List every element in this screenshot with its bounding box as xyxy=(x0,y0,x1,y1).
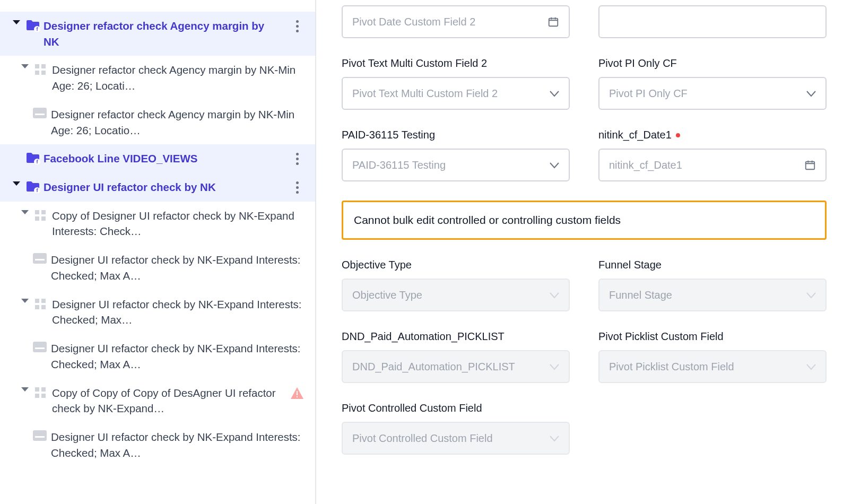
svg-rect-6 xyxy=(33,108,47,118)
svg-rect-4 xyxy=(35,71,39,75)
sidebar-item-campaign[interactable]: f Designer UI refactor check by NK xyxy=(0,173,315,202)
placeholder: Funnel Stage xyxy=(609,289,672,301)
sidebar-item-label: Copy of Designer UI refactor check by NK… xyxy=(52,208,309,239)
svg-rect-3 xyxy=(41,64,46,68)
sidebar-item-label: Designer UI refactor check by NK-Expand … xyxy=(52,297,309,328)
chevron-down-icon xyxy=(806,361,816,373)
svg-rect-21 xyxy=(41,305,46,309)
svg-rect-31 xyxy=(35,436,45,438)
chevron-down-icon xyxy=(550,289,559,301)
bulk-edit-warning: Cannot bulk edit controlled or controlli… xyxy=(342,201,827,240)
svg-rect-13 xyxy=(41,210,46,214)
field-label: Pivot Controlled Custom Field xyxy=(342,402,570,414)
svg-rect-18 xyxy=(35,299,39,303)
ad-icon xyxy=(33,341,51,352)
svg-rect-26 xyxy=(35,394,39,398)
expand-toggle[interactable] xyxy=(7,18,25,24)
field-label: DND_Paid_Automation_PICKLIST xyxy=(342,331,570,343)
sidebar-item-label: Designer UI refactor check by NK-Expand … xyxy=(51,252,309,283)
placeholder: nitink_cf_Date1 xyxy=(609,159,682,171)
sidebar-item-label: Designer refactor check Agency margin by… xyxy=(51,107,309,138)
dnd-picklist-select: DND_Paid_Automation_PICKLIST xyxy=(342,350,570,383)
nitink-date1-input[interactable]: nitink_cf_Date1 xyxy=(598,149,827,181)
sidebar-item-campaign[interactable]: f Facebook Line VIDEO_VIEWS xyxy=(0,144,315,173)
sidebar-item-adset[interactable]: Copy of Copy of Copy of DesAgner UI refa… xyxy=(0,379,315,423)
field-label-text: nitink_cf_Date1 xyxy=(598,129,672,141)
sidebar-item-label: Designer UI refactor check by NK-Expand … xyxy=(51,341,309,372)
svg-rect-33 xyxy=(806,162,815,170)
sidebar-item-ad[interactable]: Designer UI refactor check by NK-Expand … xyxy=(0,423,315,467)
ad-icon xyxy=(33,252,51,264)
chevron-down-icon xyxy=(550,361,559,373)
calendar-icon xyxy=(547,16,559,28)
chevron-down-icon xyxy=(550,88,559,100)
field-label: PAID-36115 Testing xyxy=(342,129,570,141)
ad-icon xyxy=(33,429,51,441)
field-label: Funnel Stage xyxy=(598,259,827,271)
svg-rect-30 xyxy=(33,430,47,441)
adset-icon xyxy=(34,62,52,76)
pivot-controlled-select: Pivot Controlled Custom Field xyxy=(342,422,570,455)
svg-rect-32 xyxy=(549,19,558,27)
folder-icon: f xyxy=(25,179,44,193)
svg-rect-16 xyxy=(33,253,47,264)
expand-toggle[interactable] xyxy=(16,385,34,392)
pivot-text-multi-cf2-select[interactable]: Pivot Text Multi Custom Field 2 xyxy=(342,77,570,110)
chevron-down-icon xyxy=(806,289,816,301)
placeholder: Pivot PI Only CF xyxy=(609,88,688,100)
pivot-pi-only-select[interactable]: Pivot PI Only CF xyxy=(598,77,827,110)
field-label: Objective Type xyxy=(342,259,570,271)
svg-rect-22 xyxy=(33,342,47,352)
chevron-down-icon xyxy=(550,432,559,445)
placeholder: Pivot Date Custom Field 2 xyxy=(352,16,475,28)
field-label: nitink_cf_Date1 xyxy=(598,129,827,141)
svg-rect-2 xyxy=(35,64,39,68)
field-label: Pivot PI Only CF xyxy=(598,57,827,69)
more-menu[interactable] xyxy=(285,179,309,194)
expand-toggle[interactable] xyxy=(16,62,34,68)
svg-rect-24 xyxy=(35,387,39,392)
paid-36115-select[interactable]: PAID-36115 Testing xyxy=(342,149,570,181)
sidebar-item-label: Designer UI refactor check by NK-Expand … xyxy=(51,429,309,460)
sidebar-item-label: Designer UI refactor check by NK xyxy=(44,179,285,195)
svg-rect-20 xyxy=(35,305,39,309)
placeholder: Pivot Text Multi Custom Field 2 xyxy=(352,88,498,100)
svg-rect-17 xyxy=(35,259,45,260)
pivot-picklist-select: Pivot Picklist Custom Field xyxy=(598,350,827,383)
field-label: Pivot Text Multi Custom Field 2 xyxy=(342,57,570,69)
ad-icon xyxy=(33,107,51,118)
sidebar-item-ad[interactable]: Designer UI refactor check by NK-Expand … xyxy=(0,246,315,290)
sidebar-item-adset[interactable]: Copy of Designer UI refactor check by NK… xyxy=(0,202,315,246)
svg-rect-5 xyxy=(41,71,46,75)
sidebar-item-label: Designer refactor check Agency margin by… xyxy=(52,62,309,93)
adset-icon xyxy=(34,208,52,222)
sidebar-item-adset[interactable]: Designer UI refactor check by NK-Expand … xyxy=(0,290,315,334)
sidebar-item-label: Designer refactor check Agency margin by… xyxy=(44,18,285,49)
expand-toggle[interactable] xyxy=(16,208,34,214)
placeholder: Objective Type xyxy=(352,289,422,301)
required-indicator xyxy=(676,133,680,137)
placeholder: Pivot Controlled Custom Field xyxy=(352,432,493,445)
placeholder: DND_Paid_Automation_PICKLIST xyxy=(352,361,515,373)
empty-input[interactable] xyxy=(598,5,827,38)
sidebar-item-ad[interactable]: Designer refactor check Agency margin by… xyxy=(0,100,315,144)
placeholder: PAID-36115 Testing xyxy=(352,159,446,171)
sidebar-item-campaign[interactable]: f Designer refactor check Agency margin … xyxy=(0,12,315,56)
form-panel: Pivot Date Custom Field 2 Pivot Text Mul… xyxy=(316,0,852,504)
placeholder: Pivot Picklist Custom Field xyxy=(609,361,734,373)
sidebar-item-label: Copy of Copy of Copy of DesAgner UI refa… xyxy=(52,385,285,416)
more-menu[interactable] xyxy=(285,151,309,165)
sidebar-item-ad[interactable]: Designer UI refactor check by NK-Expand … xyxy=(0,334,315,378)
funnel-stage-select: Funnel Stage xyxy=(598,279,827,311)
svg-rect-7 xyxy=(35,114,45,115)
field-label: Pivot Picklist Custom Field xyxy=(598,331,827,343)
more-menu[interactable] xyxy=(285,18,309,32)
svg-rect-14 xyxy=(35,216,39,221)
expand-toggle[interactable] xyxy=(16,297,34,303)
svg-rect-19 xyxy=(41,299,46,303)
sidebar-item-label: Facebook Line VIDEO_VIEWS xyxy=(44,151,285,167)
pivot-date-cf2-input[interactable]: Pivot Date Custom Field 2 xyxy=(342,5,570,38)
adset-icon xyxy=(34,385,52,399)
expand-toggle[interactable] xyxy=(7,179,25,186)
sidebar-item-adset[interactable]: Designer refactor check Agency margin by… xyxy=(0,56,315,100)
